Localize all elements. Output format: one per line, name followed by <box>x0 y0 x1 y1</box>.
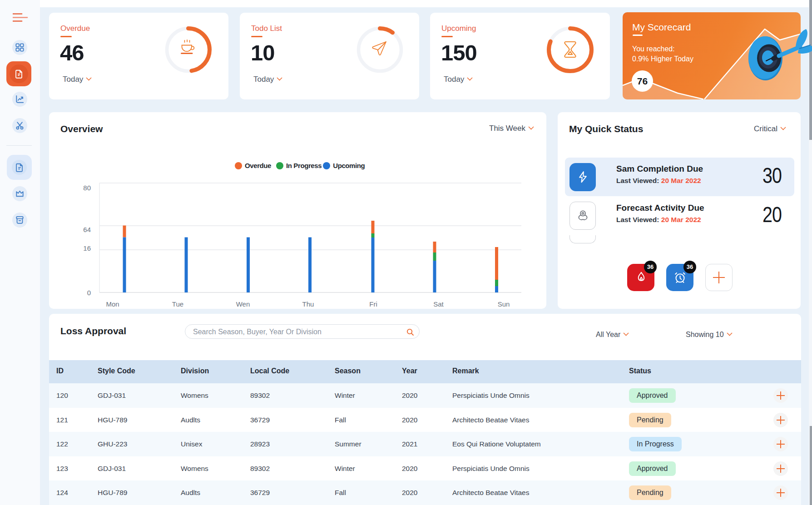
svg-text:Tue: Tue <box>172 300 183 308</box>
svg-text:Mon: Mon <box>106 300 119 308</box>
svg-text:16: 16 <box>83 244 91 252</box>
svg-text:Thu: Thu <box>302 300 314 308</box>
svg-text:Fri: Fri <box>369 300 377 308</box>
svg-text:64: 64 <box>83 226 91 233</box>
svg-text:0: 0 <box>87 289 91 297</box>
svg-text:Sun: Sun <box>498 300 510 308</box>
svg-text:Sat: Sat <box>433 300 444 308</box>
svg-text:Wen: Wen <box>236 300 250 308</box>
svg-text:80: 80 <box>83 184 91 192</box>
